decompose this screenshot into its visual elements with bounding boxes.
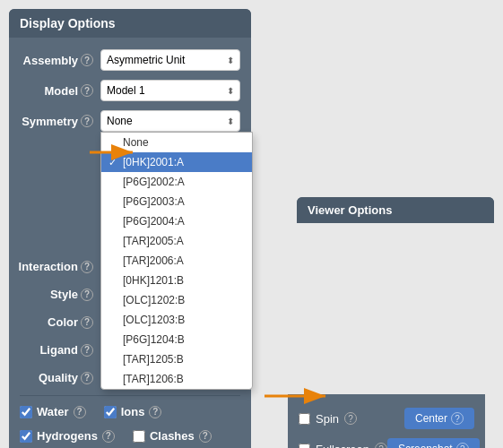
clashes-label: Clashes xyxy=(150,429,195,443)
symmetry-dropdown-wrap: None ⬍ None ✓ [0HK]2001:A xyxy=(100,110,240,132)
symmetry-label: Symmetry ? xyxy=(20,115,100,128)
hydrogens-help-icon[interactable]: ? xyxy=(102,430,115,443)
fullscreen-left: Fullscreen ? xyxy=(299,443,387,449)
dropdown-item-0hk1201b[interactable]: [0HK]1201:B xyxy=(101,271,252,290)
ions-checkbox[interactable] xyxy=(104,406,117,418)
dropdown-item-olc1203b[interactable]: [OLC]1203:B xyxy=(101,310,252,330)
center-button[interactable]: Center ? xyxy=(404,408,474,429)
model-row: Model ? Model 1 ⬍ xyxy=(20,75,240,106)
symmetry-dropdown: None ✓ [0HK]2001:A [P6G]2002:A [P6 xyxy=(100,132,240,390)
dropdown-item-p6g2002a[interactable]: [P6G]2002:A xyxy=(101,172,252,192)
screenshot-help-icon[interactable]: ? xyxy=(456,443,469,448)
assembly-arrow-icon: ⬍ xyxy=(227,56,234,65)
model-label: Model ? xyxy=(20,84,100,98)
color-help-icon[interactable]: ? xyxy=(81,316,93,329)
checkbox-section-1: Water ? Ions ? xyxy=(20,400,240,424)
symmetry-arrow-icon: ⬍ xyxy=(227,116,234,126)
water-help-icon[interactable]: ? xyxy=(74,406,86,418)
quality-label: Quality ? xyxy=(20,371,100,384)
orange-arrow-right-svg xyxy=(265,385,336,408)
water-checkbox-item: Water ? xyxy=(20,405,86,418)
dropdown-item-p6g2004a[interactable]: [P6G]2004:A xyxy=(101,211,252,231)
assembly-help-icon[interactable]: ? xyxy=(81,54,93,66)
model-arrow-icon: ⬍ xyxy=(227,86,234,96)
fullscreen-row: Fullscreen ? Screenshot ? xyxy=(299,434,474,448)
orange-arrow-right xyxy=(265,385,336,410)
style-help-icon[interactable]: ? xyxy=(81,289,93,301)
clashes-help-icon[interactable]: ? xyxy=(199,430,212,443)
ligand-help-icon[interactable]: ? xyxy=(81,344,93,357)
fullscreen-help-icon[interactable]: ? xyxy=(375,443,387,448)
spin-label: Spin xyxy=(316,412,339,426)
divider xyxy=(20,395,240,396)
dropdown-item-olc1202b[interactable]: [OLC]1202:B xyxy=(101,290,252,310)
clashes-checkbox-item: Clashes ? xyxy=(133,429,212,443)
checkbox-section-2: Hydrogens ? Clashes ? xyxy=(20,424,240,448)
style-label: Style ? xyxy=(20,288,100,301)
display-options-body: Assembly ? Asymmetric Unit ⬍ Model ? Mod… xyxy=(9,38,251,448)
ions-label: Ions xyxy=(121,405,145,418)
ions-help-icon[interactable]: ? xyxy=(149,406,161,418)
orange-arrow-left xyxy=(90,139,143,168)
spin-checkbox[interactable] xyxy=(299,413,310,425)
symmetry-help-icon[interactable]: ? xyxy=(81,115,93,127)
hydrogens-label: Hydrogens xyxy=(37,429,98,443)
color-label: Color ? xyxy=(20,315,100,329)
symmetry-dropdown-list: None ✓ [0HK]2001:A [P6G]2002:A [P6 xyxy=(100,132,253,390)
viewer-options-panel: Viewer Options Spin ? Center ? Fullscree… xyxy=(297,197,494,223)
interaction-label: Interaction ? xyxy=(20,260,100,273)
ligand-label: Ligand ? xyxy=(20,343,100,357)
dropdown-item-tar2005a[interactable]: [TAR]2005:A xyxy=(101,231,252,251)
display-options-panel: Display Options Assembly ? Asymmetric Un… xyxy=(9,9,251,448)
symmetry-select[interactable]: None ⬍ xyxy=(100,110,240,132)
interaction-help-icon[interactable]: ? xyxy=(81,261,93,273)
water-checkbox[interactable] xyxy=(20,406,32,418)
dropdown-item-tar2006a[interactable]: [TAR]2006:A xyxy=(101,251,252,271)
water-label: Water xyxy=(37,405,69,418)
symmetry-row: Symmetry ? None ⬍ None ✓ xyxy=(20,106,240,136)
dropdown-item-p6g1204b[interactable]: [P6G]1204:B xyxy=(101,330,252,349)
quality-help-icon[interactable]: ? xyxy=(81,372,93,384)
spin-help-icon[interactable]: ? xyxy=(344,412,357,425)
hydrogens-checkbox[interactable] xyxy=(20,430,32,443)
display-options-title: Display Options xyxy=(9,9,251,38)
assembly-select[interactable]: Asymmetric Unit ⬍ xyxy=(100,49,240,71)
assembly-label: Assembly ? xyxy=(20,54,100,67)
hydrogens-checkbox-item: Hydrogens ? xyxy=(20,429,115,443)
dropdown-item-tar1205b[interactable]: [TAR]1205:B xyxy=(101,349,252,369)
viewer-options-title: Viewer Options xyxy=(297,197,494,223)
model-help-icon[interactable]: ? xyxy=(81,84,93,97)
center-help-icon[interactable]: ? xyxy=(451,412,464,425)
fullscreen-label: Fullscreen xyxy=(316,443,369,449)
fullscreen-checkbox[interactable] xyxy=(299,444,310,449)
orange-arrow-left-svg xyxy=(90,139,143,166)
spin-left: Spin ? xyxy=(299,412,357,426)
clashes-checkbox[interactable] xyxy=(133,430,145,443)
dropdown-item-p6g2003a[interactable]: [P6G]2003:A xyxy=(101,192,252,211)
dropdown-item-tar1206b[interactable]: [TAR]1206:B xyxy=(101,369,252,389)
assembly-row: Assembly ? Asymmetric Unit ⬍ xyxy=(20,45,240,75)
model-select[interactable]: Model 1 ⬍ xyxy=(100,80,240,101)
screenshot-button[interactable]: Screenshot ? xyxy=(387,438,480,448)
ions-checkbox-item: Ions ? xyxy=(104,405,162,418)
